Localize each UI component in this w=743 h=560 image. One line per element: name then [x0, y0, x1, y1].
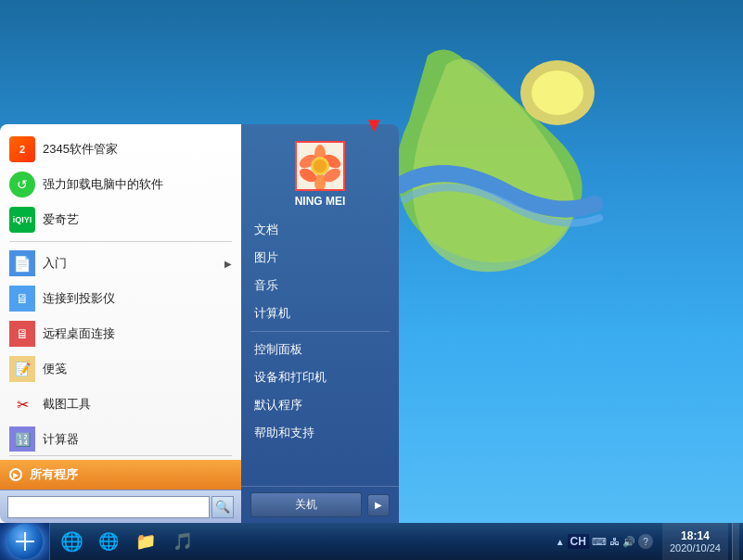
search-button[interactable]: 🔍	[211, 496, 234, 518]
taskbar-explorer[interactable]: 📁	[128, 525, 163, 558]
menu-item-uninstall[interactable]: ↺ 强力卸载电脑中的软件	[0, 167, 241, 202]
ie2-icon: 🌐	[98, 531, 119, 552]
ie-icon: 🌐	[60, 530, 83, 553]
icon-2345: 2	[9, 136, 35, 162]
icon-snip: ✂	[9, 391, 35, 417]
media-icon: 🎵	[173, 531, 193, 552]
icon-projector: 🖥	[9, 286, 35, 312]
all-programs-label: 所有程序	[30, 466, 78, 483]
explorer-icon: 📁	[135, 531, 156, 552]
menu-item-2345[interactable]: 2 2345软件管家	[0, 132, 241, 167]
start-menu-left: 2 2345软件管家 ↺ 强力卸载电脑中的软件 iQIYI 爱奇艺 📄 入门 ▶	[0, 124, 241, 523]
right-menu-help-support[interactable]: 帮助和支持	[241, 419, 399, 447]
right-menu-list: 文档 图片 音乐 计算机 控制面板 设备和打印机 默认程序 帮助和支持	[241, 212, 399, 486]
shutdown-area: 关机 ▶	[241, 486, 399, 523]
desktop: 2 2345软件管家 ↺ 强力卸载电脑中的软件 iQIYI 爱奇艺 📄 入门 ▶	[0, 0, 743, 560]
menu-item-projector[interactable]: 🖥 连接到投影仪	[0, 281, 241, 316]
menu-item-remote-label: 远程桌面连接	[43, 325, 115, 342]
user-section: ▼	[241, 134, 399, 212]
menu-item-iqiyi-label: 爱奇艺	[43, 211, 79, 228]
right-menu-control-panel[interactable]: 控制面板	[241, 336, 399, 363]
menu-item-notepad-label: 便笺	[43, 361, 67, 377]
pinned-apps-list: 2 2345软件管家 ↺ 强力卸载电脑中的软件 iQIYI 爱奇艺 📄 入门 ▶	[0, 124, 241, 452]
submenu-arrow: ▶	[224, 259, 232, 269]
user-avatar[interactable]	[295, 141, 345, 191]
svg-point-10	[314, 159, 327, 172]
menu-item-notepad[interactable]: 📝 便笺	[0, 351, 241, 387]
start-menu: 2 2345软件管家 ↺ 强力卸载电脑中的软件 iQIYI 爱奇艺 📄 入门 ▶	[0, 124, 399, 523]
right-menu-music[interactable]: 音乐	[241, 272, 399, 299]
menu-separator-1	[9, 241, 232, 242]
menu-item-intro-label: 入门	[43, 255, 67, 272]
taskbar-ie[interactable]: 🌐	[54, 525, 89, 558]
icon-notepad: 📝	[9, 356, 35, 382]
clock-time: 18:14	[681, 529, 710, 542]
shutdown-options-button[interactable]: ▶	[367, 494, 390, 516]
arrow-indicator: ▼	[364, 113, 384, 137]
tray-help-icon[interactable]: ?	[638, 534, 653, 549]
svg-point-1	[532, 70, 583, 115]
tray-network-icon[interactable]: 🖧	[609, 536, 620, 547]
right-menu-computer[interactable]: 计算机	[241, 299, 399, 327]
taskbar: 🌐 🌐 📁 🎵 ▲ CH ⌨ 🖧 🔊 ?	[0, 523, 743, 560]
tray-volume-icon[interactable]: 🔊	[622, 536, 635, 548]
desktop-wallpaper	[372, 46, 632, 343]
menu-item-snip[interactable]: ✂ 截图工具	[0, 387, 241, 422]
start-button[interactable]	[0, 523, 50, 560]
all-programs-icon: ▶	[9, 468, 22, 481]
menu-item-iqiyi[interactable]: iQIYI 爱奇艺	[0, 202, 241, 237]
right-menu-documents[interactable]: 文档	[241, 216, 399, 244]
menu-item-uninstall-label: 强力卸载电脑中的软件	[43, 176, 163, 193]
menu-item-snip-label: 截图工具	[43, 396, 91, 413]
start-orb	[7, 524, 43, 559]
search-input[interactable]	[7, 496, 210, 518]
icon-remote: 🖥	[9, 321, 35, 347]
menu-item-calc[interactable]: 🔢 计算器	[0, 422, 241, 452]
clock-date: 2020/10/24	[670, 542, 721, 554]
icon-uninstall: ↺	[9, 172, 35, 197]
menu-item-calc-label: 计算器	[43, 431, 79, 448]
all-programs-button[interactable]: ▶ 所有程序	[0, 460, 241, 490]
tray-arrow-icon[interactable]: ▲	[556, 537, 565, 547]
right-menu-pictures[interactable]: 图片	[241, 244, 399, 272]
tray-keyboard-icon[interactable]: ⌨	[592, 536, 607, 548]
taskbar-apps: 🌐 🌐 📁 🎵	[50, 523, 204, 560]
user-name: NING MEI	[295, 195, 346, 208]
icon-iqiyi: iQIYI	[9, 207, 35, 233]
menu-item-intro[interactable]: 📄 入门 ▶	[0, 246, 241, 281]
taskbar-ie2[interactable]: 🌐	[91, 525, 126, 558]
menu-separator-2	[9, 455, 232, 456]
system-tray: ▲ CH ⌨ 🖧 🔊 ?	[550, 534, 659, 549]
right-menu-separator	[250, 331, 390, 332]
taskbar-media[interactable]: 🎵	[165, 525, 200, 558]
start-menu-right: ▼	[241, 124, 399, 523]
menu-item-remote[interactable]: 🖥 远程桌面连接	[0, 316, 241, 351]
shutdown-button[interactable]: 关机	[250, 492, 362, 517]
right-menu-devices-printers[interactable]: 设备和打印机	[241, 363, 399, 391]
taskbar-right: ▲ CH ⌨ 🖧 🔊 ? 18:14 2020/10/24	[550, 523, 743, 560]
menu-item-2345-label: 2345软件管家	[43, 141, 118, 158]
show-desktop-button[interactable]	[732, 523, 739, 560]
tray-language-icon[interactable]: CH	[568, 534, 589, 549]
clock-area[interactable]: 18:14 2020/10/24	[662, 523, 728, 560]
menu-item-projector-label: 连接到投影仪	[43, 290, 115, 307]
icon-calc: 🔢	[9, 426, 35, 452]
search-bar: 🔍	[0, 490, 241, 523]
right-menu-default-programs[interactable]: 默认程序	[241, 391, 399, 419]
icon-intro: 📄	[9, 250, 35, 276]
